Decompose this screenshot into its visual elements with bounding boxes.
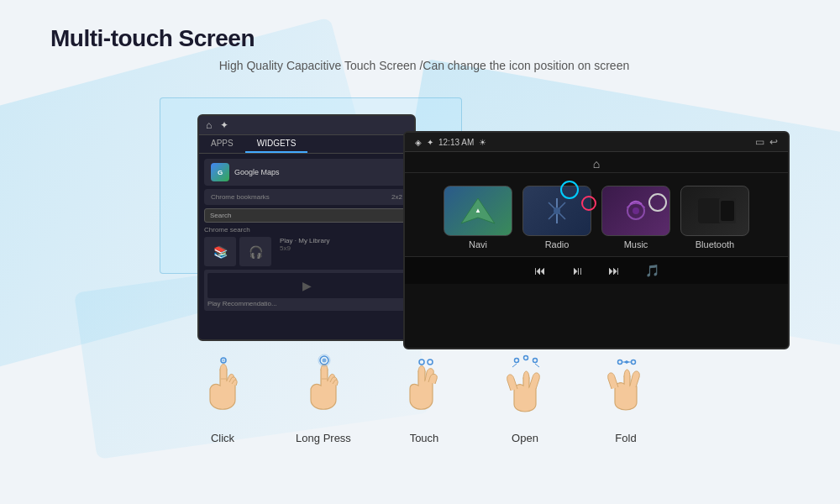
touch-label: Touch <box>410 432 439 444</box>
circle-red <box>581 196 596 211</box>
home-icon: ⌂ <box>206 119 212 131</box>
circle-cyan <box>560 181 579 199</box>
svg-point-18 <box>419 360 424 365</box>
page-container: Multi-touch Screen High Quality Capaciti… <box>0 0 840 504</box>
svg-marker-30 <box>624 360 627 364</box>
media-label: Play · My Library <box>280 237 330 244</box>
time-display: 12:13 AM <box>438 138 474 147</box>
media-headphone-icon: 🎧 <box>239 237 271 266</box>
svg-line-23 <box>512 364 517 367</box>
gesture-long-press: Long Press <box>290 349 357 444</box>
sw-media-row: 📚 🎧 Play · My Library 5x9 <box>204 237 409 266</box>
home-screen-icon: ⌂ <box>593 157 600 171</box>
sw-rec-card: ▶ Play Recommendatio... <box>204 270 409 311</box>
click-icon <box>189 349 256 425</box>
bluetooth-label: Bluetooth <box>696 239 734 249</box>
battery-icon: ▭ <box>755 136 764 148</box>
gesture-touch: Touch <box>391 349 458 444</box>
play-pause-btn[interactable]: ⏯ <box>571 264 583 277</box>
svg-text:▲: ▲ <box>475 207 481 214</box>
gesture-click: Click <box>189 349 256 444</box>
sw-header: ⌂ ✦ <box>199 116 414 135</box>
sm-status: ◈ ✦ 12:13 AM ☀ <box>415 138 486 147</box>
svg-point-25 <box>618 360 622 365</box>
sm-controls: ⏮ ⏯ ⏭ 🎵 <box>405 256 788 284</box>
svg-point-13 <box>223 360 225 362</box>
page-subtitle: High Quality Capacitive Touch Screen /Ca… <box>50 59 798 72</box>
sm-icons: ▭ ↩ <box>755 136 778 148</box>
svg-point-16 <box>323 359 327 363</box>
prev-track-btn[interactable]: ⏮ <box>534 264 546 277</box>
media-badge: 5x9 <box>280 244 330 252</box>
screen-main: ◈ ✦ 12:13 AM ☀ ▭ ↩ ⌂ <box>403 131 790 349</box>
sm-apps: ▲ Navi Radio <box>405 173 788 256</box>
brightness-icon: ☀ <box>479 138 486 147</box>
sw-tabs: APPS WIDGETS <box>199 135 414 154</box>
fold-icon <box>592 349 659 425</box>
media-book-icon: 📚 <box>204 237 236 266</box>
open-label: Open <box>512 432 538 444</box>
radio-label: Radio <box>545 239 570 249</box>
radio-icon <box>522 186 591 236</box>
bookmarks-label: Chrome bookmarks <box>211 193 270 201</box>
app-navi[interactable]: ▲ Navi <box>444 186 512 249</box>
sw-content: G Google Maps Chrome bookmarks 2x2 Searc… <box>199 154 414 316</box>
music-note-btn[interactable]: 🎵 <box>645 264 659 277</box>
touch-icon <box>391 349 458 425</box>
tab-widgets[interactable]: WIDGETS <box>245 135 308 153</box>
click-label: Click <box>211 432 234 444</box>
svg-point-19 <box>428 360 433 365</box>
gesture-fold: Fold <box>592 349 659 444</box>
svg-marker-29 <box>627 360 629 364</box>
svg-point-22 <box>533 359 538 363</box>
bookmarks-badge: 2x2 <box>391 193 402 201</box>
back-icon: ↩ <box>769 136 778 148</box>
page-title: Multi-touch Screen <box>50 25 798 52</box>
screen-widgets: ⌂ ✦ APPS WIDGETS G Google Maps Chrome bo… <box>197 114 416 341</box>
svg-rect-10 <box>721 201 734 221</box>
circle-white <box>648 193 667 212</box>
app-bluetooth[interactable]: Bluetooth <box>680 186 749 249</box>
long-press-label: Long Press <box>296 432 351 444</box>
open-icon <box>491 349 559 425</box>
screens-area: ⌂ ✦ APPS WIDGETS G Google Maps Chrome bo… <box>50 89 798 333</box>
svg-point-26 <box>632 360 636 365</box>
rec-label: Play Recommendatio... <box>207 300 406 307</box>
tab-apps[interactable]: APPS <box>199 135 245 153</box>
svg-point-7 <box>633 207 639 214</box>
sw-card-maps: G Google Maps <box>204 159 409 186</box>
navi-icon: ▲ <box>444 186 512 236</box>
sm-header: ◈ ✦ 12:13 AM ☀ ▭ ↩ <box>405 133 788 152</box>
app-radio[interactable]: Radio <box>522 186 591 249</box>
maps-icon: G <box>211 163 229 181</box>
sw-card-bookmarks: Chrome bookmarks 2x2 <box>204 189 409 205</box>
svg-point-5 <box>554 207 560 214</box>
next-track-btn[interactable]: ⏭ <box>608 264 620 277</box>
fold-label: Fold <box>615 432 636 444</box>
svg-line-24 <box>535 364 539 367</box>
search-label: Chrome search <box>204 226 409 234</box>
rec-play-icon: ▶ <box>207 273 406 298</box>
long-press-icon <box>290 349 357 425</box>
svg-point-21 <box>524 356 528 360</box>
search-box[interactable]: Search <box>204 208 409 223</box>
gesture-open: Open <box>491 349 559 444</box>
navi-label: Navi <box>469 239 487 249</box>
bluetooth-status-icon: ✦ <box>427 138 433 147</box>
settings-icon: ✦ <box>220 119 228 131</box>
maps-label: Google Maps <box>234 168 280 176</box>
music-label: Music <box>624 239 648 249</box>
svg-point-20 <box>515 359 519 363</box>
bluetooth-icon <box>680 186 749 236</box>
gestures-row: Click Long Press <box>50 349 798 444</box>
gps-icon: ◈ <box>415 138 422 147</box>
